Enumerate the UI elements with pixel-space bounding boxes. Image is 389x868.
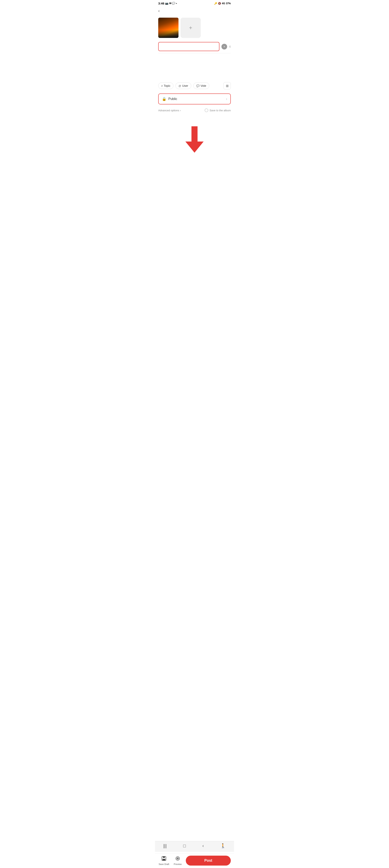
key-icon: 🔑: [214, 2, 217, 5]
topic-tag-button[interactable]: # Topic: [158, 83, 173, 89]
content-area[interactable]: [155, 56, 234, 80]
plus-icon: +: [189, 25, 192, 31]
user-label: User: [182, 84, 188, 87]
signal-icon: 4G: [222, 2, 225, 5]
header: ‹: [155, 6, 234, 16]
advanced-options-button[interactable]: Advanced options ›: [158, 109, 181, 112]
status-bar: 3:46 📷 ✉ 💬 • 🔑 🔇 4G 37%: [155, 0, 234, 6]
advanced-options-label: Advanced options: [158, 109, 179, 112]
vote-label: Vote: [201, 84, 206, 87]
user-tag-button[interactable]: @ User: [175, 83, 191, 89]
radio-circle-icon: [205, 108, 208, 112]
image-area: +: [155, 16, 234, 39]
at-icon: @: [179, 84, 181, 87]
add-image-button[interactable]: +: [181, 18, 201, 38]
title-clear-button[interactable]: ×: [222, 44, 227, 50]
image-thumbnail[interactable]: [158, 18, 179, 38]
clear-icon: ×: [224, 45, 225, 48]
vote-tag-button[interactable]: 💬 Vote: [193, 83, 209, 89]
svg-rect-0: [191, 126, 198, 142]
chevron-right-icon: ›: [226, 97, 227, 101]
battery-icon: 37%: [226, 2, 231, 5]
city-image: [158, 18, 179, 38]
vote-icon: 💬: [196, 84, 200, 87]
char-count: 6: [229, 45, 231, 48]
topic-label: Topic: [164, 84, 170, 87]
visibility-label: Public: [168, 97, 226, 101]
status-time: 3:46: [158, 2, 164, 5]
lock-icon: 🔒: [162, 97, 166, 101]
advanced-chevron-icon: ›: [180, 109, 181, 112]
save-to-album-label: Save to the album: [209, 109, 231, 112]
title-section: × 6: [155, 39, 234, 56]
svg-marker-1: [185, 142, 204, 153]
expand-button[interactable]: ⊞: [224, 82, 231, 89]
mute-icon: 🔇: [218, 2, 221, 5]
visibility-row[interactable]: 🔒 Public ›: [158, 93, 231, 104]
hash-icon: #: [161, 84, 163, 87]
status-icons: 📷 ✉ 💬 •: [165, 2, 177, 5]
title-input-wrapper: × 6: [158, 42, 231, 51]
status-left: 3:46 📷 ✉ 💬 •: [158, 2, 177, 5]
arrow-area: [155, 114, 234, 161]
save-to-album-button[interactable]: Save to the album: [205, 108, 231, 112]
tags-row: # Topic @ User 💬 Vote ⊞: [155, 80, 234, 91]
expand-icon: ⊞: [226, 84, 229, 88]
title-input[interactable]: [158, 42, 219, 51]
options-row: Advanced options › Save to the album: [155, 106, 234, 114]
back-button[interactable]: ‹: [158, 7, 161, 14]
down-arrow-icon: [185, 126, 204, 153]
status-right: 🔑 🔇 4G 37%: [214, 2, 231, 5]
